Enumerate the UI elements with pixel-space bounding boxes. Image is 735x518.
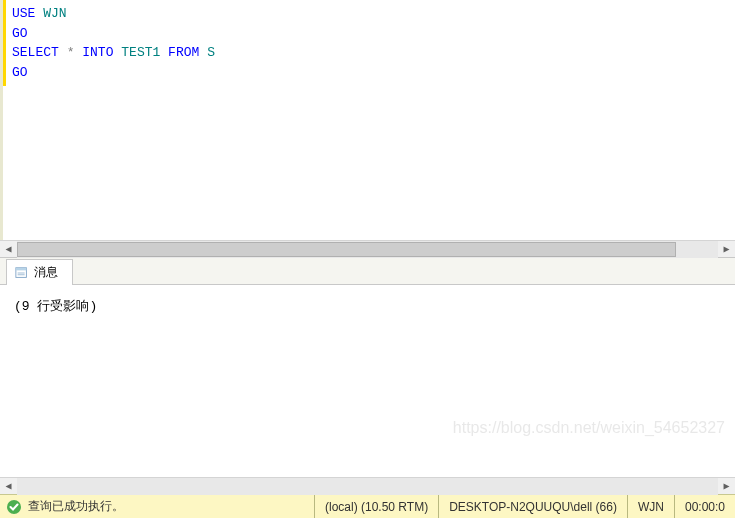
editor-horizontal-scrollbar[interactable]: ◀ ▶ [0,240,735,257]
scroll-right-arrow[interactable]: ▶ [718,241,735,258]
svg-rect-1 [16,267,27,270]
success-icon [6,499,22,515]
status-server: (local) (10.50 RTM) [314,495,438,518]
scroll-left-arrow[interactable]: ◀ [0,478,17,495]
rows-affected-text: (9 行受影响) [14,297,721,315]
status-elapsed-time: 00:00:0 [674,495,735,518]
scroll-track[interactable] [17,241,718,258]
scroll-thumb[interactable] [17,242,676,257]
status-bar: 查询已成功执行。 (local) (10.50 RTM) DESKTOP-N2Q… [0,494,735,518]
scroll-left-arrow[interactable]: ◀ [0,241,17,258]
scroll-right-arrow[interactable]: ▶ [718,478,735,495]
sql-code[interactable]: USE WJNGOSELECT * INTO TEST1 FROM SGO [3,0,735,86]
tab-messages[interactable]: 消息 [6,259,73,285]
scroll-track[interactable] [17,478,718,495]
messages-pane[interactable]: (9 行受影响) https://blog.csdn.net/weixin_54… [0,285,735,477]
messages-horizontal-scrollbar[interactable]: ◀ ▶ [0,477,735,494]
status-database: WJN [627,495,674,518]
tab-label: 消息 [34,264,58,281]
status-message: 查询已成功执行。 [28,498,314,515]
messages-icon [15,266,29,280]
sql-editor-pane[interactable]: USE WJNGOSELECT * INTO TEST1 FROM SGO [0,0,735,240]
status-user: DESKTOP-N2QUUQU\dell (66) [438,495,627,518]
watermark: https://blog.csdn.net/weixin_54652327 [453,419,725,437]
results-tab-bar: 消息 [0,257,735,285]
